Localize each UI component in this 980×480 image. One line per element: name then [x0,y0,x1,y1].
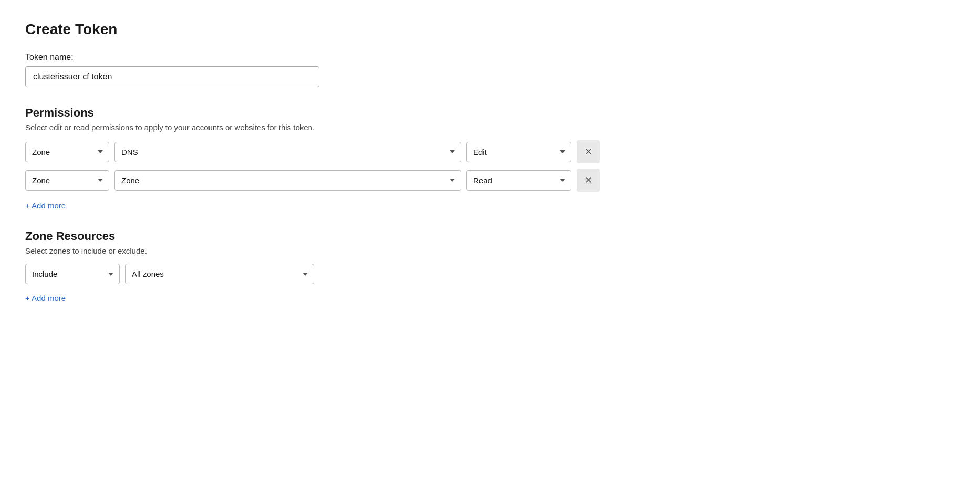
category-select-wrapper-2: Zone Account [25,170,109,191]
page-title: Create Token [25,21,955,38]
include-select-wrapper-1: Include Exclude [25,264,120,284]
zone-resources-section: Zone Resources Select zones to include o… [25,229,955,303]
resource-select-wrapper-1: DNS Zone Cache Rules Firewall Services [114,142,461,162]
remove-permission-button-1[interactable]: ✕ [577,140,600,163]
remove-permission-button-2[interactable]: ✕ [577,169,600,192]
resource-select-2[interactable]: Zone DNS Cache Rules [114,170,461,191]
permissions-description: Select edit or read permissions to apply… [25,123,955,132]
category-select-1[interactable]: Zone Account [25,142,109,162]
resource-select-wrapper-2: Zone DNS Cache Rules [114,170,461,191]
zones-select-1[interactable]: All zones Specific zones [125,264,314,284]
permission-row-2: Zone Account Zone DNS Cache Rules Read E… [25,169,955,192]
permission-row-1: Zone Account DNS Zone Cache Rules Firewa… [25,140,955,163]
permission-select-wrapper-1: Edit Read [466,142,571,162]
permission-select-wrapper-2: Read Edit [466,170,571,191]
zones-select-wrapper-1: All zones Specific zones [125,264,314,284]
permissions-section-title: Permissions [25,106,955,120]
zone-resources-add-more-button[interactable]: + Add more [25,294,66,302]
token-name-label: Token name: [25,53,955,62]
token-name-field: Token name: [25,53,955,87]
permission-select-1[interactable]: Edit Read [466,142,571,162]
token-name-input[interactable] [25,66,319,87]
zone-resource-row-1: Include Exclude All zones Specific zones [25,264,955,284]
category-select-wrapper-1: Zone Account [25,142,109,162]
category-select-2[interactable]: Zone Account [25,170,109,191]
permissions-add-more-button[interactable]: + Add more [25,201,66,210]
include-select-1[interactable]: Include Exclude [25,264,120,284]
resource-select-1[interactable]: DNS Zone Cache Rules Firewall Services [114,142,461,162]
permission-select-2[interactable]: Read Edit [466,170,571,191]
zone-resources-section-title: Zone Resources [25,229,955,243]
permissions-section: Permissions Select edit or read permissi… [25,106,955,211]
zone-resources-description: Select zones to include or exclude. [25,246,955,255]
